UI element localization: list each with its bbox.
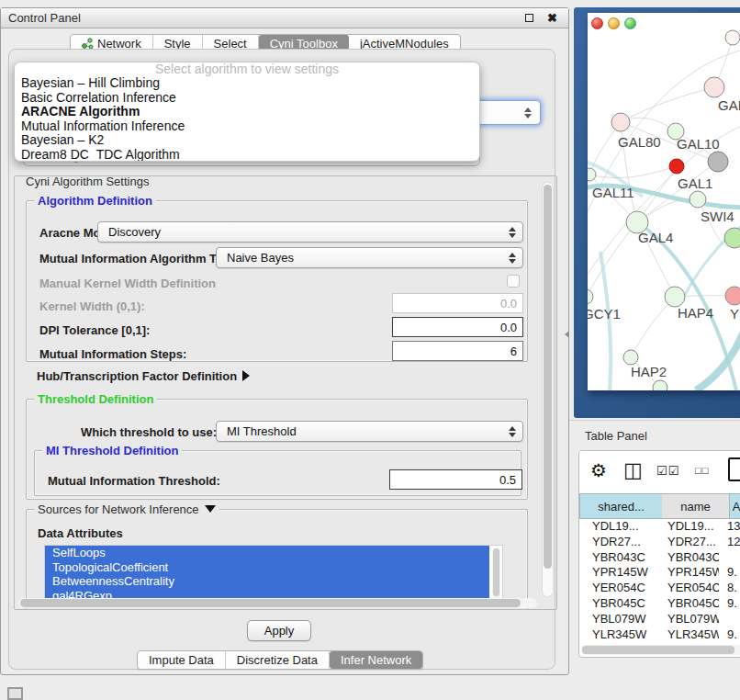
cell-name: YBR043C	[664, 550, 719, 566]
table-horizontal-scrollbar-thumb[interactable]	[582, 646, 734, 654]
cell-shared-name: YPR145W	[581, 565, 664, 581]
network-canvas[interactable]: GAL GAL80 GAL10 GAL1 GAL11 SWI4 GAL4 GCY…	[588, 13, 740, 390]
window-title: Control Panel	[1, 11, 81, 25]
kernel-width-field[interactable]: 0.0	[392, 293, 523, 313]
dropdown-item-selected[interactable]: ARACNE Algorithm	[15, 105, 479, 119]
settings-vertical-scrollbar[interactable]	[542, 182, 554, 597]
splitter-collapse-icon[interactable]	[565, 331, 569, 338]
cell-value: 9.	[719, 642, 740, 644]
table-row[interactable]: YIL052C YIL052C 9.	[581, 642, 740, 644]
dropdown-item[interactable]: Bayesian – Hill Climbing	[15, 76, 479, 91]
dropdown-item[interactable]: Basic Correlation Inference	[15, 91, 479, 106]
table-row[interactable]: YER054C YER054C 8.	[581, 581, 740, 596]
network-node[interactable]	[724, 228, 740, 248]
network-node-gal1[interactable]	[690, 191, 706, 208]
network-node-hap2[interactable]	[623, 350, 638, 365]
apply-button[interactable]: Apply	[247, 620, 311, 641]
settings-vertical-scrollbar-thumb[interactable]	[544, 185, 552, 569]
manual-kernel-checkbox[interactable]	[507, 275, 520, 288]
network-node[interactable]	[725, 287, 740, 305]
cell-value: 8.	[719, 581, 740, 596]
network-view-window[interactable]: GAL GAL80 GAL10 GAL1 GAL11 SWI4 GAL4 GCY…	[574, 7, 740, 418]
float-window-icon[interactable]	[525, 14, 533, 22]
cell-name: YIL052C	[664, 642, 719, 644]
attribute-item-selected[interactable]: BetweennessCentrality	[45, 574, 489, 589]
network-node[interactable]	[725, 30, 740, 45]
columns-icon[interactable]: ◫	[623, 458, 643, 482]
table-row[interactable]: YBR045C YBR045C 9.	[581, 596, 740, 612]
table-row[interactable]: YPR145W YPR145W 9.	[581, 565, 740, 581]
network-node-gray[interactable]	[708, 152, 728, 172]
network-node-gal11[interactable]	[588, 168, 596, 181]
attributes-scrollbar-thumb[interactable]	[493, 548, 499, 596]
threshold-definition-title: Threshold Definition	[34, 392, 157, 406]
settings-horizontal-scrollbar-thumb[interactable]	[20, 599, 521, 607]
cell-value: 12	[719, 535, 740, 550]
mi-type-combobox[interactable]: Naive Bayes	[216, 247, 523, 268]
column-header-shared-name[interactable]: shared...	[579, 493, 662, 519]
data-attributes-list[interactable]: SelfLoops TopologicalCoefficient Between…	[44, 545, 503, 602]
algorithm-definition-group: Algorithm Definition Aracne Mode: Discov…	[26, 200, 528, 362]
document-icon[interactable]	[728, 457, 740, 481]
dropdown-item[interactable]: Dream8 DC_TDC Algorithm	[15, 148, 479, 162]
tab-infer-network[interactable]: Infer Network	[330, 651, 422, 669]
minimized-panel-icon[interactable]	[7, 687, 23, 700]
node-label: HAP4	[678, 305, 713, 321]
tab-discretize-data[interactable]: Discretize Data	[226, 651, 330, 669]
hub-definition-disclosure[interactable]: Hub/Transcription Factor Definition	[37, 369, 250, 383]
which-threshold-value: MI Threshold	[227, 424, 297, 438]
attribute-item-selected[interactable]: TopologicalCoefficient	[45, 560, 489, 575]
table-body[interactable]: YDL19... YDL19... 13 YDR27... YDR27... 1…	[581, 519, 740, 644]
expanded-arrow-icon	[205, 505, 216, 513]
settings-horizontal-scrollbar[interactable]	[18, 598, 537, 608]
deselect-all-checkboxes-icon[interactable]: □□	[695, 465, 709, 476]
attributes-scrollbar[interactable]	[492, 548, 500, 599]
gear-icon[interactable]: ⚙	[590, 459, 607, 481]
sources-disclosure[interactable]: Sources for Network Inference	[34, 502, 219, 516]
column-header-clipped[interactable]: A	[729, 493, 740, 519]
dropdown-item[interactable]: Mutual Information Inference	[15, 119, 479, 134]
sources-group: Sources for Network Inference Data Attri…	[26, 509, 528, 610]
combo-stepper-icon	[523, 107, 531, 119]
table-row[interactable]: YLR345W YLR345W 9.	[581, 627, 740, 643]
network-graph[interactable]: GAL GAL80 GAL10 GAL1 GAL11 SWI4 GAL4 GCY…	[588, 13, 740, 390]
node-label: GCY1	[588, 306, 621, 322]
mi-threshold-label: Mutual Information Threshold:	[48, 474, 220, 488]
table-row[interactable]: YDL19... YDL19... 13	[581, 519, 740, 535]
tab-impute-data[interactable]: Impute Data	[138, 651, 226, 669]
control-panel-window: Control Panel ✖ Network Style Select	[0, 7, 569, 675]
network-node[interactable]	[704, 77, 724, 97]
control-panel-titlebar[interactable]: Control Panel ✖	[1, 8, 568, 28]
table-row[interactable]: YBL079W YBL079W	[581, 612, 740, 627]
which-threshold-label: Which threshold to use:	[81, 425, 217, 439]
collapsed-arrow-icon	[242, 370, 250, 381]
table-row[interactable]: YBR043C YBR043C	[581, 550, 740, 566]
cell-shared-name: YER054C	[581, 581, 664, 596]
attribute-item-selected[interactable]: SelfLoops	[45, 546, 489, 560]
network-node-gal80[interactable]	[611, 113, 630, 131]
network-node-hap4[interactable]	[665, 287, 685, 307]
select-all-checkboxes-icon[interactable]: ☑☑	[656, 464, 679, 478]
table-horizontal-scrollbar[interactable]	[581, 645, 740, 655]
column-header-name[interactable]: name	[662, 493, 729, 519]
network-node-selected-red[interactable]	[669, 159, 684, 174]
cyni-bottom-tabbar: Impute Data Discretize Data Infer Networ…	[137, 650, 423, 670]
dropdown-item[interactable]: Bayesian – K2	[15, 133, 479, 148]
dpi-tolerance-field[interactable]: 0.0	[392, 317, 523, 337]
aracne-mode-combobox[interactable]: Discovery	[97, 221, 523, 243]
cell-name: YDL19...	[664, 519, 719, 535]
network-node-gcy1[interactable]	[588, 289, 593, 304]
table-row[interactable]: YDR27... YDR27... 12	[581, 535, 740, 550]
combo-stepper-icon	[508, 252, 515, 265]
cell-name: YDR27...	[664, 535, 719, 550]
close-icon[interactable]: ✖	[547, 11, 557, 26]
cell-shared-name: YBR045C	[581, 596, 664, 612]
which-threshold-combobox[interactable]: MI Threshold	[216, 421, 523, 442]
table-panel: ⚙ ◫ ☑☑ □□ shared... name A YDL19... YDL1…	[578, 450, 740, 658]
node-label: GAL80	[618, 134, 661, 150]
network-node[interactable]	[653, 380, 667, 390]
cell-value	[719, 550, 740, 566]
mi-threshold-field[interactable]: 0.5	[389, 469, 522, 490]
cell-name: YLR345W	[664, 627, 719, 643]
mi-steps-field[interactable]: 6	[392, 341, 523, 361]
